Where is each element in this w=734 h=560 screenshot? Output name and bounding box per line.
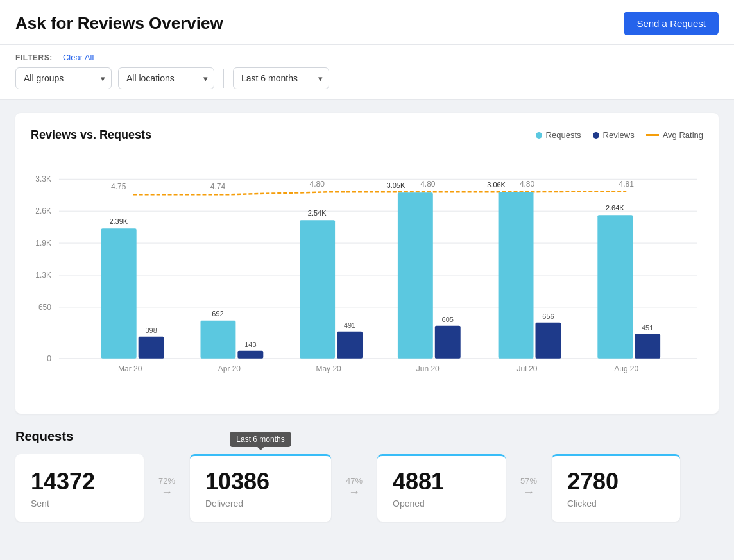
chart-header: Reviews vs. Requests Requests Reviews Av… bbox=[31, 128, 703, 142]
svg-text:692: 692 bbox=[212, 310, 223, 318]
svg-text:2.64K: 2.64K bbox=[606, 204, 624, 212]
page-title: Ask for Reviews Overview bbox=[15, 13, 223, 33]
filters-label: FILTERS: Clear All bbox=[15, 53, 719, 62]
bar-jun-requests bbox=[398, 192, 433, 359]
metric-card-opened: 4881 Opened bbox=[377, 454, 506, 522]
svg-text:4.80: 4.80 bbox=[520, 180, 535, 189]
metric-card-clicked: 2780 Clicked bbox=[552, 454, 680, 522]
connector-72: 72% → bbox=[144, 476, 190, 499]
bar-jun-reviews bbox=[435, 326, 461, 359]
send-request-button[interactable]: Send a Request bbox=[624, 12, 719, 35]
svg-text:3.3K: 3.3K bbox=[35, 174, 51, 183]
legend-avg-rating: Avg Rating bbox=[646, 130, 703, 140]
legend-requests: Requests bbox=[536, 130, 581, 140]
bar-jul-reviews bbox=[535, 323, 561, 359]
svg-text:1.9K: 1.9K bbox=[35, 239, 51, 248]
chart-card: Reviews vs. Requests Requests Reviews Av… bbox=[15, 113, 719, 414]
svg-text:0: 0 bbox=[47, 354, 51, 363]
svg-text:2.54K: 2.54K bbox=[308, 209, 327, 217]
svg-text:Jun 20: Jun 20 bbox=[416, 364, 440, 373]
groups-filter-wrap: All groups bbox=[15, 67, 112, 89]
svg-text:1.3K: 1.3K bbox=[35, 271, 51, 280]
svg-text:2.39K: 2.39K bbox=[109, 217, 128, 225]
chart-svg: 3.3K 2.6K 1.9K 1.3K 650 0 bbox=[31, 155, 703, 398]
metric-cards-row: 14372 Sent 72% → Last 6 months 10386 Del… bbox=[15, 454, 719, 522]
svg-text:2.6K: 2.6K bbox=[35, 207, 51, 216]
metric-card-sent: 14372 Sent bbox=[15, 454, 144, 522]
arrow-47: → bbox=[348, 486, 360, 499]
svg-text:4.80: 4.80 bbox=[310, 180, 325, 189]
svg-text:656: 656 bbox=[542, 312, 554, 320]
opened-label: Opened bbox=[393, 498, 490, 509]
svg-text:3.05K: 3.05K bbox=[387, 182, 405, 189]
section-title: Requests bbox=[15, 429, 719, 444]
bar-jul-requests bbox=[499, 192, 534, 359]
svg-text:4.74: 4.74 bbox=[210, 182, 226, 191]
avg-rating-line bbox=[646, 134, 659, 136]
chart-title: Reviews vs. Requests bbox=[31, 128, 151, 142]
sent-label: Sent bbox=[31, 498, 128, 509]
svg-text:4.75: 4.75 bbox=[111, 182, 126, 191]
period-filter-wrap: Last 6 months bbox=[233, 67, 329, 89]
chart-legend: Requests Reviews Avg Rating bbox=[536, 130, 703, 140]
svg-text:3.06K: 3.06K bbox=[487, 181, 506, 189]
svg-text:4.80: 4.80 bbox=[420, 180, 436, 189]
bar-may-reviews bbox=[337, 332, 363, 359]
requests-section: Requests 14372 Sent 72% → Last 6 months … bbox=[15, 429, 719, 522]
clear-all-link[interactable]: Clear All bbox=[63, 53, 94, 62]
filter-divider bbox=[223, 69, 224, 88]
top-bar: Ask for Reviews Overview Send a Request bbox=[0, 0, 734, 45]
delivered-label: Delivered bbox=[205, 498, 316, 509]
svg-text:Aug 20: Aug 20 bbox=[614, 364, 638, 373]
chart-area: 3.3K 2.6K 1.9K 1.3K 650 0 bbox=[31, 155, 703, 398]
svg-text:491: 491 bbox=[344, 321, 355, 329]
reviews-dot bbox=[593, 132, 599, 139]
svg-text:Jul 20: Jul 20 bbox=[517, 364, 538, 373]
arrow-57: → bbox=[523, 486, 534, 499]
bar-aug-reviews bbox=[635, 334, 660, 359]
svg-text:May 20: May 20 bbox=[316, 364, 341, 373]
bar-apr-reviews bbox=[237, 351, 263, 359]
svg-text:605: 605 bbox=[442, 316, 454, 323]
clicked-label: Clicked bbox=[567, 498, 665, 509]
legend-reviews: Reviews bbox=[593, 130, 635, 140]
svg-text:451: 451 bbox=[642, 324, 653, 332]
tooltip-last6months: Last 6 months bbox=[230, 432, 291, 447]
svg-text:Apr 20: Apr 20 bbox=[218, 364, 241, 373]
metric-card-delivered: Last 6 months 10386 Delivered bbox=[190, 454, 331, 522]
arrow-72: → bbox=[161, 486, 173, 499]
opened-value: 4881 bbox=[393, 469, 490, 495]
period-filter[interactable]: Last 6 months bbox=[233, 67, 329, 89]
bar-mar-reviews bbox=[139, 337, 164, 359]
locations-filter[interactable]: All locations bbox=[118, 67, 214, 89]
svg-text:398: 398 bbox=[145, 327, 157, 334]
filters-bar: FILTERS: Clear All All groups All locati… bbox=[0, 45, 734, 100]
bar-may-requests bbox=[300, 220, 335, 359]
bar-apr-requests bbox=[200, 321, 235, 359]
connector-57: 57% → bbox=[506, 476, 552, 499]
svg-text:Mar 20: Mar 20 bbox=[118, 364, 142, 373]
clicked-value: 2780 bbox=[567, 469, 665, 495]
sent-value: 14372 bbox=[31, 469, 128, 495]
svg-text:143: 143 bbox=[244, 341, 256, 348]
svg-text:650: 650 bbox=[38, 303, 51, 312]
requests-dot bbox=[536, 132, 542, 139]
bar-aug-requests bbox=[597, 215, 633, 359]
connector-47: 47% → bbox=[331, 476, 377, 499]
main-content: Reviews vs. Requests Requests Reviews Av… bbox=[0, 100, 734, 534]
delivered-value: 10386 bbox=[205, 469, 316, 495]
bar-mar-requests bbox=[101, 228, 137, 359]
svg-text:4.81: 4.81 bbox=[619, 180, 635, 189]
filter-row: All groups All locations Last 6 months bbox=[15, 67, 719, 89]
locations-filter-wrap: All locations bbox=[118, 67, 214, 89]
groups-filter[interactable]: All groups bbox=[15, 67, 112, 89]
